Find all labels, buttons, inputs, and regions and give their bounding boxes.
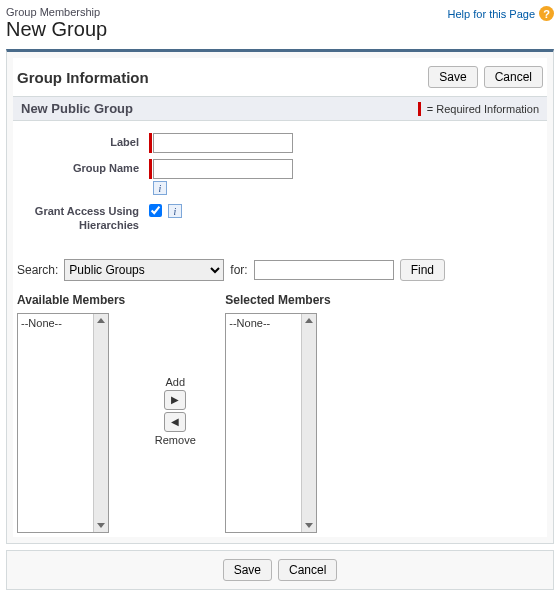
for-label: for:	[230, 263, 247, 277]
help-icon: ?	[539, 6, 554, 21]
cancel-button[interactable]: Cancel	[484, 66, 543, 88]
search-for-input[interactable]	[254, 260, 394, 280]
search-type-select[interactable]: Public Groups	[64, 259, 224, 281]
scrollbar[interactable]	[93, 314, 108, 532]
info-icon[interactable]: i	[153, 181, 167, 195]
selected-members-list[interactable]: --None--	[225, 313, 317, 533]
help-link-text: Help for this Page	[448, 8, 535, 20]
section-title: Group Information	[17, 69, 149, 86]
required-bar-icon	[149, 159, 152, 179]
add-label: Add	[165, 376, 185, 388]
chevron-left-icon: ◀	[171, 416, 179, 427]
breadcrumb: Group Membership	[6, 6, 107, 18]
label-input[interactable]	[153, 133, 293, 153]
required-information-legend: = Required Information	[418, 102, 539, 116]
chevron-right-icon: ▶	[171, 394, 179, 405]
remove-button[interactable]: ◀	[164, 412, 186, 432]
label-field-label: Label	[19, 133, 149, 148]
save-button[interactable]: Save	[428, 66, 477, 88]
grant-access-field-label: Grant Access Using Hierarchies	[19, 201, 149, 233]
group-name-input[interactable]	[153, 159, 293, 179]
info-icon[interactable]: i	[168, 204, 182, 218]
grant-access-checkbox[interactable]	[149, 204, 162, 217]
list-item[interactable]: --None--	[229, 317, 298, 329]
available-members-title: Available Members	[17, 289, 125, 313]
available-members-list[interactable]: --None--	[17, 313, 109, 533]
find-button[interactable]: Find	[400, 259, 445, 281]
required-bar-icon	[418, 102, 421, 116]
subsection-title: New Public Group	[21, 101, 133, 116]
required-bar-icon	[149, 133, 152, 153]
save-button-bottom[interactable]: Save	[223, 559, 272, 581]
required-text: = Required Information	[427, 103, 539, 115]
page-title: New Group	[6, 18, 107, 41]
search-label: Search:	[17, 263, 58, 277]
help-for-this-page-link[interactable]: Help for this Page ?	[448, 6, 554, 21]
add-button[interactable]: ▶	[164, 390, 186, 410]
group-name-field-label: Group Name	[19, 159, 149, 174]
group-information-panel: Group Information Save Cancel New Public…	[6, 49, 554, 544]
cancel-button-bottom[interactable]: Cancel	[278, 559, 337, 581]
list-item[interactable]: --None--	[21, 317, 90, 329]
remove-label: Remove	[155, 434, 196, 446]
selected-members-title: Selected Members	[225, 289, 330, 313]
scrollbar[interactable]	[301, 314, 316, 532]
